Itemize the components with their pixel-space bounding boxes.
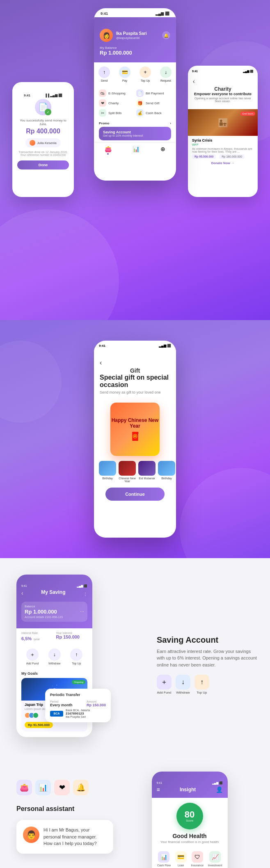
insight-header-row: ≡ Insight 👤: [157, 786, 223, 793]
bca-logo: BCA: [50, 711, 63, 717]
period-value: Every month: [50, 703, 73, 707]
insurance-label: Insurance: [191, 864, 204, 867]
grid-sendgift[interactable]: 🎁 Send Gift: [136, 99, 171, 107]
metric-loan[interactable]: 💳 Loan: [175, 851, 187, 867]
gift-time: 9:41: [99, 344, 105, 348]
eshopping-label: E-Shopping: [108, 92, 126, 95]
topup-feature-icon: ↑: [194, 675, 209, 689]
withdraw-action[interactable]: ↓ Withdraw: [48, 648, 61, 665]
wallet-time: 9:41: [101, 11, 108, 16]
account-holder: Ika Puspita Sari: [66, 715, 90, 718]
feature-topup[interactable]: ↑ Top Up: [194, 675, 209, 694]
cashflow-label: Cash Flow: [157, 864, 171, 867]
wallet-header: 👩 Ika Puspita Sari @ikapuspitasari80 🔔 M…: [94, 17, 176, 62]
category-birthday-2[interactable]: Birthday: [158, 461, 175, 483]
category-birthday[interactable]: Birthday: [99, 461, 116, 483]
grid-splitbills[interactable]: ✂ Split Bills: [99, 109, 134, 117]
wallet-grid: 🛍 E-Shopping 📄 Bill Payment ❤ Charity 🎁 …: [94, 86, 176, 120]
category-eid-mubarak[interactable]: Eid Mubarak: [138, 461, 156, 483]
grid-cashback[interactable]: 💰 Cash Back: [136, 109, 171, 117]
metric-investment[interactable]: 📈 Investment: [208, 851, 222, 867]
wallet-status-icons: ▂▄▆ ⬛: [156, 11, 169, 16]
score-label: Score: [186, 819, 193, 822]
bank-info: Bank BCA, Jakarta 2167890123 Ika Puspita…: [66, 709, 90, 718]
insight-phone-header: 9:41 ▂▄▆ ⬛ ≡ Insight 👤: [152, 772, 228, 798]
category-chinese-new-year[interactable]: Chinese New Year: [119, 461, 136, 483]
charity-campaign-info: Syria Crisis WFP As violence increases i…: [188, 136, 258, 167]
gift-back-icon[interactable]: ‹: [100, 359, 170, 366]
request-icon: ↓: [160, 66, 172, 78]
expand-icon[interactable]: ⋯: [80, 609, 84, 614]
charity-back-icon[interactable]: ‹: [193, 78, 253, 85]
gift-card-icon: 🧧: [130, 431, 140, 441]
done-button[interactable]: Done: [17, 160, 69, 169]
cashback-icon: 💰: [136, 109, 144, 117]
grid-billpay[interactable]: 📄 Bill Payment: [136, 89, 171, 97]
promo-desc: Get up to 10% monthly interest!: [103, 134, 167, 137]
metric-insurance[interactable]: 🛡 Insurance: [191, 851, 204, 867]
add-fund-action[interactable]: ＋ Add Fund: [26, 648, 39, 665]
promo-section: Promo › Saving Account Get up to 10% mon…: [94, 120, 176, 142]
birthday-label: Birthday: [102, 477, 113, 480]
balance-card-label: Balance: [25, 605, 84, 608]
topup-saving-icon: ↑: [70, 648, 82, 661]
period-column: Period Every month: [50, 700, 73, 707]
action-send[interactable]: ↑ Send: [98, 66, 110, 82]
gift-status-icons: ▂▄▆ ⬛: [159, 344, 171, 348]
promo-title: Saving Account: [103, 130, 167, 134]
nav-insight[interactable]: 📊: [133, 146, 140, 155]
wallet-user-row: 👩 Ika Puspita Sari @ikapuspitasari80 🔔: [100, 29, 170, 42]
continue-button[interactable]: Continue: [105, 488, 165, 501]
nav-wallet[interactable]: 👛: [105, 146, 112, 155]
recipient-pill: Julia Kesenia: [25, 138, 61, 147]
assistant-icons: 👛 📊 ❤ 🔔: [16, 780, 89, 795]
sendgift-label: Send Gift: [146, 101, 159, 105]
amount-value: Rp 150.000: [87, 703, 106, 707]
topup-action[interactable]: ↑ Top Up: [70, 648, 82, 665]
phone-charity: 9:41 ▂▄▆ ⬛ ‹ Charity Empower everyone to…: [188, 66, 258, 197]
periodic-title: Periodic Transfer: [50, 693, 106, 697]
donate-button[interactable]: Donate Now →: [192, 161, 254, 165]
saving-feature-icons: ＋ Add Fund ↓ Withdraw ↑ Top Up: [157, 675, 258, 694]
assistant-icon-bell: 🔔: [73, 780, 89, 795]
saving-stats: Interest Rate 6,5% /year Your Interest R…: [16, 628, 92, 645]
withdraw-icon: ↓: [48, 648, 61, 661]
funding-row: Rp 95.500.000 Rp 180.000.000: [192, 154, 254, 159]
insight-profile-icon[interactable]: 👤: [216, 786, 223, 793]
feature-withdraw[interactable]: ↓ Withdraw: [176, 675, 190, 694]
withdraw-feature-label: Withdraw: [176, 691, 190, 694]
assistant-section-title: Personal assistant: [16, 805, 74, 813]
add-fund-icon: ＋: [26, 648, 39, 661]
saving-time: 9:41: [21, 584, 27, 588]
saving-right-panel: Saving Account Earn attractive interest …: [149, 575, 270, 739]
health-desc: Your financial condition is in good heal…: [160, 840, 219, 844]
action-request[interactable]: ↓ Request: [160, 66, 172, 82]
saving-screen-title: My Saving: [41, 589, 65, 595]
period-label: Period: [50, 700, 73, 703]
saving-header-row: ‹ My Saving ⋮: [21, 589, 87, 598]
scan-nav-icon: ⊕: [160, 146, 165, 152]
send-label: Send: [101, 79, 108, 82]
action-topup[interactable]: + Top Up: [140, 66, 151, 82]
action-pay[interactable]: 💳 Pay: [119, 66, 130, 82]
saving-menu-icon[interactable]: ⋮: [83, 592, 87, 596]
campaign-name: Syria Crisis: [192, 138, 254, 142]
loan-icon: 💳: [175, 851, 187, 863]
notification-icon[interactable]: 🔔: [162, 31, 170, 39]
interest-amount-value: Rp 150.000: [56, 634, 88, 639]
balance-amount: Rp 1.000.000: [100, 50, 132, 56]
balance-row: My Balance Rp 1.000.000: [100, 46, 170, 56]
nav-scan[interactable]: ⊕: [160, 146, 165, 155]
grid-eshopping[interactable]: 🛍 E-Shopping: [99, 89, 134, 97]
grid-charity[interactable]: ❤ Charity: [99, 99, 134, 107]
interest-amount-stat: Your Interest Rp 150.000: [56, 632, 88, 642]
saving-acc-num: Account details 2161-898-123: [25, 616, 84, 618]
insight-menu-icon[interactable]: ≡: [157, 786, 160, 793]
campaign-org: WFP: [192, 143, 254, 146]
saving-back-icon[interactable]: ‹: [21, 590, 23, 596]
assistant-icon-chart: 📊: [35, 780, 51, 795]
promo-card[interactable]: Saving Account Get up to 10% monthly int…: [99, 127, 171, 140]
account-num: 2167890123: [66, 712, 90, 715]
feature-add-fund[interactable]: ＋ Add Fund: [157, 675, 172, 694]
metric-cashflow[interactable]: 📊 Cash Flow: [157, 851, 171, 867]
